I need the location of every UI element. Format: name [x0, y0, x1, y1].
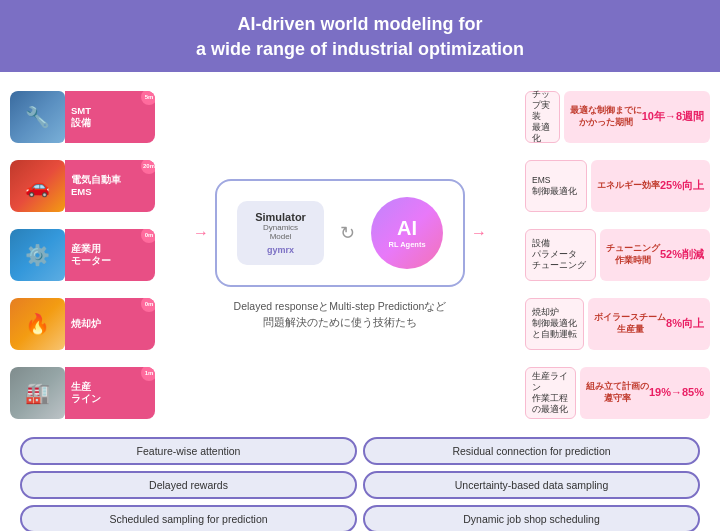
center-column: → Simulator Dynamics Model gymrx ↻ AI [155, 80, 525, 429]
production-value: 組み立て計画の遵守率19%→85% [580, 367, 710, 419]
use-case-motor: ⚙️ 産業用モーター 0m [10, 229, 155, 281]
result-tuning: 設備パラメータチューニング チューニング作業時間52%削減 [525, 229, 710, 281]
tag-uncertainty-sampling[interactable]: Uncertainty-based data sampling [363, 471, 700, 499]
ai-subtitle: RL Agents [388, 240, 425, 249]
use-case-smt: 🔧 SMT設備 5m [10, 91, 155, 143]
ai-circle: AI RL Agents [371, 197, 443, 269]
main-content: 🔧 SMT設備 5m 🚗 電気自動車EMS 20m ⚙️ 産業 [0, 72, 720, 531]
left-arrow-in: → [193, 224, 209, 242]
tag-residual-connection[interactable]: Residual connection for prediction [363, 437, 700, 465]
smt-badge: 5m [141, 91, 155, 105]
diagram: 🔧 SMT設備 5m 🚗 電気自動車EMS 20m ⚙️ 産業 [10, 80, 710, 429]
page-container: AI-driven world modeling for a wide rang… [0, 0, 720, 531]
result-chip: チップ実装最適化 最適な制御までにかかった期間10年→8週間 [525, 91, 710, 143]
result-ems: EMS制御最適化 エネルギー効率25%向上 [525, 160, 710, 212]
furnace-result-label: 焼却炉制御最適化と自動運転 [525, 298, 584, 350]
furnace-result-value: ボイラースチーム生産量8%向上 [588, 298, 710, 350]
simulator-subtitle: Dynamics Model [251, 223, 310, 241]
ems-image: 🚗 [10, 160, 65, 212]
smt-image: 🔧 [10, 91, 65, 143]
right-arrow-out: → [471, 224, 487, 242]
motor-image: ⚙️ [10, 229, 65, 281]
result-furnace: 焼却炉制御最適化と自動運転 ボイラースチーム生産量8%向上 [525, 298, 710, 350]
simulator-card: Simulator Dynamics Model gymrx [237, 201, 324, 265]
simulator-box: Simulator Dynamics Model gymrx ↻ AI RL A… [215, 179, 465, 287]
chip-value: 最適な制御までにかかった期間10年→8週間 [564, 91, 710, 143]
furnace-badge: 0m [141, 298, 155, 312]
tag-dynamic-job-shop[interactable]: Dynamic job shop scheduling [363, 505, 700, 531]
line-badge: 1m [141, 367, 155, 381]
furnace-image: 🔥 [10, 298, 65, 350]
ems-badge: 20m [141, 160, 155, 174]
use-case-furnace: 🔥 焼却炉 0m [10, 298, 155, 350]
use-case-line: 🏭 生産ライン 1m [10, 367, 155, 419]
motor-badge: 0m [141, 229, 155, 243]
use-case-ems: 🚗 電気自動車EMS 20m [10, 160, 155, 212]
ems-result-label: EMS制御最適化 [525, 160, 587, 212]
production-label: 生産ライン作業工程の最適化 [525, 367, 576, 419]
left-column: 🔧 SMT設備 5m 🚗 電気自動車EMS 20m ⚙️ 産業 [10, 80, 155, 429]
tag-feature-attention[interactable]: Feature-wise attention [20, 437, 357, 465]
chip-label: チップ実装最適化 [525, 91, 560, 143]
right-column: チップ実装最適化 最適な制御までにかかった期間10年→8週間 EMS制御最適化 … [525, 80, 710, 429]
simulator-brand: gymrx [251, 245, 310, 255]
ai-title: AI [397, 217, 417, 240]
ems-result-value: エネルギー効率25%向上 [591, 160, 710, 212]
simulator-title: Simulator [251, 211, 310, 223]
line-image: 🏭 [10, 367, 65, 419]
header: AI-driven world modeling for a wide rang… [0, 0, 720, 72]
cycle-arrows: ↻ [340, 222, 355, 244]
tuning-label: 設備パラメータチューニング [525, 229, 596, 281]
tag-delayed-rewards[interactable]: Delayed rewards [20, 471, 357, 499]
caption: Delayed responseとMulti-step Predictionなど… [234, 299, 447, 331]
result-production: 生産ライン作業工程の最適化 組み立て計画の遵守率19%→85% [525, 367, 710, 419]
tuning-value: チューニング作業時間52%削減 [600, 229, 710, 281]
header-title: AI-driven world modeling for a wide rang… [20, 12, 700, 62]
tag-scheduled-sampling[interactable]: Scheduled sampling for prediction [20, 505, 357, 531]
bottom-tags: Feature-wise attention Residual connecti… [10, 431, 710, 531]
